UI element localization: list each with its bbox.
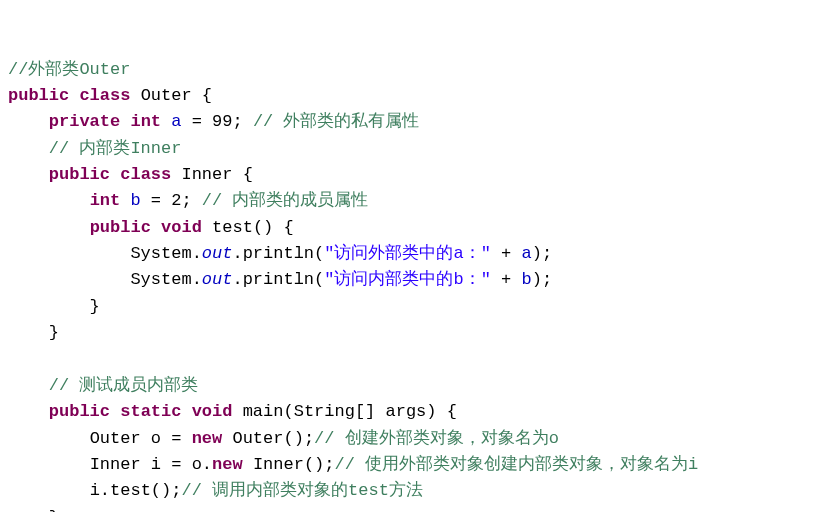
ctor-outer: Outer bbox=[232, 429, 283, 448]
class-name: Outer bbox=[141, 86, 192, 105]
field-b: b bbox=[522, 270, 532, 289]
type-outer: Outer bbox=[90, 429, 141, 448]
keyword-void: void bbox=[192, 402, 233, 421]
code-block: //外部类Outer public class Outer { private … bbox=[8, 57, 824, 512]
var-i: i bbox=[90, 481, 100, 500]
ctor-inner: Inner bbox=[253, 455, 304, 474]
string-literal: "访问外部类中的a：" bbox=[324, 244, 491, 263]
println: println bbox=[243, 270, 314, 289]
comment: // 测试成员内部类 bbox=[49, 376, 199, 395]
sys: System bbox=[130, 270, 191, 289]
keyword-void: void bbox=[161, 218, 202, 237]
out: out bbox=[202, 244, 233, 263]
keyword-private: private bbox=[49, 112, 120, 131]
sys: System bbox=[130, 244, 191, 263]
field-a: a bbox=[171, 112, 181, 131]
keyword-public: public bbox=[49, 402, 110, 421]
class-name: Inner bbox=[181, 165, 232, 184]
out: out bbox=[202, 270, 233, 289]
comment: // 调用内部类对象的test方法 bbox=[181, 481, 422, 500]
keyword-class: class bbox=[120, 165, 171, 184]
keyword-public: public bbox=[49, 165, 110, 184]
main-args: String[] args bbox=[294, 402, 427, 421]
string-literal: "访问内部类中的b：" bbox=[324, 270, 491, 289]
field-a: a bbox=[522, 244, 532, 263]
method-name: test bbox=[212, 218, 253, 237]
literal: 2 bbox=[171, 191, 181, 210]
comment: // 外部类的私有属性 bbox=[253, 112, 420, 131]
type-inner: Inner bbox=[90, 455, 141, 474]
comment: // 使用外部类对象创建内部类对象，对象名为i bbox=[335, 455, 699, 474]
keyword-public: public bbox=[8, 86, 69, 105]
comment: // 内部类的成员属性 bbox=[202, 191, 369, 210]
var-o: o bbox=[151, 429, 161, 448]
var-i: i bbox=[151, 455, 161, 474]
println: println bbox=[243, 244, 314, 263]
comment: //外部类Outer bbox=[8, 60, 130, 79]
var-o: o bbox=[192, 455, 202, 474]
comment: // 创建外部类对象，对象名为o bbox=[314, 429, 559, 448]
literal: 99 bbox=[212, 112, 232, 131]
field-b: b bbox=[130, 191, 140, 210]
keyword-int: int bbox=[130, 112, 161, 131]
call-test: test bbox=[110, 481, 151, 500]
comment: // 内部类Inner bbox=[49, 139, 182, 158]
keyword-static: static bbox=[120, 402, 181, 421]
keyword-new: new bbox=[212, 455, 243, 474]
keyword-public: public bbox=[90, 218, 151, 237]
keyword-class: class bbox=[79, 86, 130, 105]
method-name: main bbox=[243, 402, 284, 421]
keyword-new: new bbox=[192, 429, 223, 448]
keyword-int: int bbox=[90, 191, 121, 210]
